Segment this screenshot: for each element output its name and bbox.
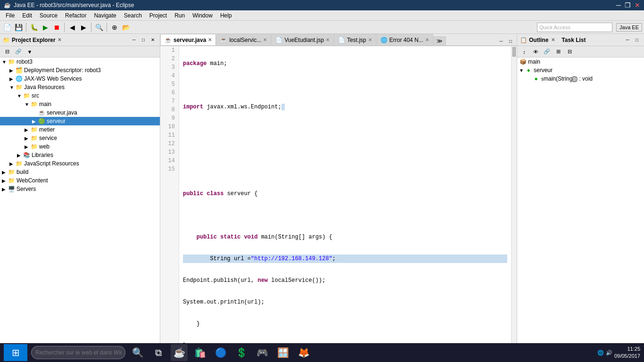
taskbar-clock[interactable]: 11:25 09/05/2017 [614,346,640,360]
tree-item-main[interactable]: ▼ 📁 main [0,100,160,108]
menu-source[interactable]: Source [36,11,61,20]
forward-button[interactable]: ▶ [78,22,89,33]
menu-refactor[interactable]: Refactor [61,11,90,20]
tab-test[interactable]: 📄 Test.jsp ✕ [334,34,376,45]
menu-window[interactable]: Window [189,11,216,20]
taskbar-task-view-icon[interactable]: ⧉ [150,344,167,361]
tree-arrow-js-resources[interactable]: ▶ [9,161,15,166]
menu-edit[interactable]: Edit [18,11,36,20]
tree-arrow-metier[interactable]: ▶ [25,127,30,132]
outline-item-main[interactable]: 📦 main [517,58,644,66]
minimize-button[interactable]: ─ [616,1,621,9]
outline-sort-btn[interactable]: ↕ [519,47,529,57]
outline-expand-btn[interactable]: ⊞ [553,47,563,57]
tab-close-vueetudiant[interactable]: ✕ [326,37,330,42]
outline-collapse-btn[interactable]: ⊟ [564,47,575,57]
tree-item-servers[interactable]: ▶ 🖥️ Servers [0,185,160,193]
tree-arrow-main[interactable]: ▼ [25,102,30,107]
tree-arrow-robot3[interactable]: ▼ [2,59,8,65]
tab-close-serveur[interactable]: ✕ [208,37,212,42]
save-button[interactable]: 💾 [13,22,24,33]
taskbar-firefox-icon[interactable]: 🦊 [295,344,312,361]
tree-item-webcontent[interactable]: ▶ 📁 WebContent [0,176,160,185]
debug-button[interactable]: 🐛 [29,22,39,33]
open-resource-button[interactable]: 📂 [121,22,131,33]
tab-close-test[interactable]: ✕ [368,37,372,42]
tree-item-jaxws[interactable]: ▶ 🌐 JAX-WS Web Services [0,74,160,83]
pe-link-btn[interactable]: 🔗 [13,47,24,57]
taskbar-search-input[interactable] [31,346,125,359]
tab-close-localservice[interactable]: ✕ [263,37,267,42]
taskbar-game-icon[interactable]: 🎮 [254,344,271,361]
taskbar-store-icon[interactable]: 🛍️ [191,344,208,361]
open-type-button[interactable]: ⊕ [109,22,120,33]
taskbar-eclipse-icon[interactable]: ☕ [171,344,188,361]
tree-arrow-servers[interactable]: ▶ [2,187,8,192]
tab-serveur-java[interactable]: ☕ serveur.java ✕ [160,34,216,45]
tree-item-build[interactable]: ▶ 📁 build [0,168,160,176]
tab-error404[interactable]: 🌐 Error 404 N... ✕ [376,34,433,45]
tree-item-js-resources[interactable]: ▶ 📁 JavaScript Resources [0,159,160,168]
menu-help[interactable]: Help [216,11,236,20]
outline-item-serveur[interactable]: ▼ ● serveur [517,66,644,74]
taskbar-chrome-icon[interactable]: 🔵 [212,344,229,361]
tree-arrow-web[interactable]: ▶ [25,144,30,149]
tree-arrow-libraries[interactable]: ▶ [17,153,23,158]
outline-maximize-btn[interactable]: □ [633,36,641,44]
search-button[interactable]: 🔍 [94,22,104,33]
taskbar-network-icon[interactable]: 🌐 [597,350,604,356]
editor-scrollbar[interactable] [511,46,517,362]
run-button[interactable]: ▶ [40,22,50,33]
pe-close-btn[interactable]: ✕ [149,36,157,44]
outline-minimize-btn[interactable]: ─ [623,36,632,44]
tree-item-metier[interactable]: ▶ 📁 metier [0,125,160,134]
title-bar-controls[interactable]: ─ ❐ ✕ [616,1,640,9]
tree-item-src[interactable]: ▼ 📁 src [0,91,160,100]
pe-menu-btn[interactable]: ▼ [25,47,35,57]
quick-access-input[interactable]: Quick Access [537,23,612,32]
tree-arrow-service[interactable]: ▶ [25,136,30,141]
pe-minimize-btn[interactable]: ─ [130,36,138,44]
code-content[interactable]: package main; import javax.xml.ws.Endpoi… [179,46,511,362]
tree-arrow-build[interactable]: ▶ [2,170,8,175]
back-button[interactable]: ◀ [67,22,77,33]
taskbar-volume-icon[interactable]: 🔊 [606,350,612,356]
new-button[interactable]: 📄 [2,22,12,33]
tree-item-serveur-java[interactable]: ▶ ☕ serveur.java [0,108,160,117]
taskbar-dollar-icon[interactable]: 💲 [233,344,250,361]
tree-arrow-java-resources[interactable]: ▼ [9,85,15,90]
code-editor[interactable]: 1 2 3 4 5 6 7 8 9 10 11 12 13 14 15 [160,46,517,362]
close-button[interactable]: ✕ [635,1,640,9]
menu-project[interactable]: Project [146,11,171,20]
taskbar-cortana-icon[interactable]: 🔍 [129,344,146,361]
taskbar-ms-icon[interactable]: 🪟 [274,344,291,361]
outline-arrow-serveur[interactable]: ▼ [519,68,525,73]
tab-vueetudiant[interactable]: 📄 VueEtudiant.jsp ✕ [271,34,334,45]
tree-arrow-jaxws[interactable]: ▶ [9,76,15,82]
tree-item-java-resources[interactable]: ▼ 📁 Java Resources [0,83,160,91]
perspective-button[interactable]: Java EE [616,23,642,32]
tab-overflow-button[interactable]: ≫ [433,36,446,45]
tab-localservice[interactable]: ☕ localServic... ✕ [216,34,271,45]
stop-button[interactable]: ⏹ [51,22,62,33]
outline-hide-btn[interactable]: 👁 [530,47,541,57]
tree-item-service[interactable]: ▶ 📁 service [0,134,160,142]
tree-item-serveur-class[interactable]: ▶ 🟢 serveur [0,117,160,125]
outline-item-main-method[interactable]: ▶ ● s main(String[]) : void [517,74,644,83]
menu-file[interactable]: File [2,11,18,20]
pe-collapse-btn[interactable]: ⊟ [2,47,12,57]
tree-arrow-src[interactable]: ▼ [17,93,23,99]
editor-maximize-btn[interactable]: □ [506,37,515,45]
tree-arrow-deployment[interactable]: ▶ [9,68,15,73]
tree-item-robot3[interactable]: ▼ 📁 robot3 [0,58,160,66]
tree-arrow-serveur-class[interactable]: ▶ [32,119,38,124]
start-button[interactable]: ⊞ [4,344,27,361]
menu-run[interactable]: Run [171,11,189,20]
editor-minimize-btn[interactable]: ─ [497,37,505,45]
tree-arrow-webcontent[interactable]: ▶ [2,178,8,183]
tree-item-web[interactable]: ▶ 📁 web [0,142,160,151]
tree-item-libraries[interactable]: ▶ 📚 Libraries [0,151,160,159]
outline-sync-btn[interactable]: 🔗 [542,47,552,57]
tab-close-error404[interactable]: ✕ [425,37,429,42]
pe-maximize-btn[interactable]: □ [139,36,148,44]
